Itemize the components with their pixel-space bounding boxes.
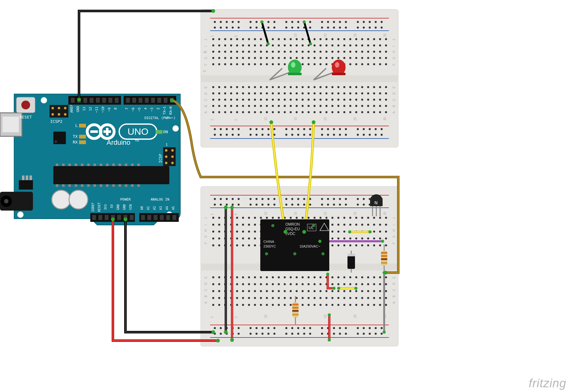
svg-point-1089 xyxy=(230,206,234,209)
svg-text:E: E xyxy=(204,86,208,88)
svg-point-300 xyxy=(260,44,262,46)
svg-point-389 xyxy=(254,63,256,65)
svg-point-307 xyxy=(302,44,304,46)
svg-text:1: 1 xyxy=(210,316,214,318)
svg-point-233 xyxy=(363,128,365,130)
svg-point-1096 xyxy=(283,230,287,234)
svg-point-854 xyxy=(284,283,286,285)
svg-point-218 xyxy=(256,128,257,130)
svg-point-193 xyxy=(256,27,257,29)
svg-point-679 xyxy=(314,217,315,219)
svg-point-897 xyxy=(361,290,363,292)
svg-point-487 xyxy=(302,99,304,101)
svg-point-239 xyxy=(226,134,228,136)
svg-point-951 xyxy=(326,304,327,306)
svg-point-581 xyxy=(345,198,347,200)
svg-point-417 xyxy=(242,86,244,88)
svg-text:I: I xyxy=(204,224,208,225)
svg-point-952 xyxy=(331,304,333,306)
svg-point-544 xyxy=(284,111,286,113)
svg-rect-92 xyxy=(125,164,127,166)
svg-point-182 xyxy=(357,21,359,23)
svg-point-506 xyxy=(236,105,238,107)
svg-point-372 xyxy=(331,57,333,59)
svg-point-495 xyxy=(349,99,351,101)
svg-point-340 xyxy=(320,51,321,53)
svg-point-188 xyxy=(220,27,222,29)
svg-point-461 xyxy=(326,92,327,94)
svg-text:A2: A2 xyxy=(153,206,156,210)
svg-point-257 xyxy=(357,134,359,136)
svg-point-310 xyxy=(320,44,321,46)
svg-point-687 xyxy=(361,217,363,219)
svg-point-178 xyxy=(327,21,329,23)
svg-point-663 xyxy=(218,217,220,219)
svg-point-335 xyxy=(290,51,292,53)
svg-point-908 xyxy=(248,297,250,299)
svg-point-932 xyxy=(212,304,214,306)
svg-point-881 xyxy=(266,290,268,292)
svg-point-166 xyxy=(238,21,240,23)
svg-text:1: 1 xyxy=(210,119,214,121)
svg-point-641 xyxy=(238,333,240,335)
svg-point-357 xyxy=(242,57,244,59)
svg-rect-61 xyxy=(79,124,86,128)
svg-point-447 xyxy=(242,92,244,94)
svg-rect-101 xyxy=(93,184,96,187)
svg-point-720 xyxy=(379,224,381,226)
svg-point-1045 xyxy=(265,252,268,255)
svg-rect-119 xyxy=(92,215,96,220)
svg-rect-26 xyxy=(126,98,130,103)
svg-point-573 xyxy=(291,198,293,200)
svg-point-644 xyxy=(262,333,263,335)
svg-rect-93 xyxy=(131,164,134,166)
svg-text:IOREF: IOREF xyxy=(91,202,95,212)
svg-point-836 xyxy=(355,276,357,278)
svg-point-424 xyxy=(284,86,286,88)
svg-point-1104 xyxy=(368,230,372,233)
svg-point-459 xyxy=(314,92,315,94)
svg-point-612 xyxy=(214,327,216,329)
svg-point-392 xyxy=(272,63,274,65)
svg-point-165 xyxy=(232,21,234,23)
svg-point-809 xyxy=(373,244,375,246)
svg-point-358 xyxy=(248,57,250,59)
svg-point-515 xyxy=(290,105,292,107)
svg-point-1101 xyxy=(337,287,340,290)
svg-point-1053 xyxy=(291,62,295,68)
svg-point-1103 xyxy=(348,230,351,233)
svg-point-375 xyxy=(349,57,351,59)
svg-point-954 xyxy=(343,304,345,306)
svg-point-444 xyxy=(224,92,226,94)
svg-point-502 xyxy=(212,105,214,107)
svg-text:G: G xyxy=(392,57,396,59)
svg-point-367 xyxy=(302,57,304,59)
svg-point-509 xyxy=(254,105,256,107)
svg-point-198 xyxy=(291,27,293,29)
svg-point-248 xyxy=(291,134,293,136)
svg-point-564 xyxy=(226,198,228,200)
svg-text:4: 4 xyxy=(144,107,148,110)
svg-point-305 xyxy=(290,44,292,46)
svg-point-450 xyxy=(260,92,262,94)
svg-point-913 xyxy=(278,297,280,299)
svg-point-527 xyxy=(361,105,363,107)
svg-text:5: 5 xyxy=(234,35,238,37)
svg-point-749 xyxy=(373,231,375,233)
svg-text:VIN: VIN xyxy=(129,204,132,210)
svg-point-436 xyxy=(355,86,357,88)
svg-point-214 xyxy=(226,128,228,130)
svg-point-656 xyxy=(345,333,347,335)
svg-point-163 xyxy=(220,21,222,23)
svg-point-1106 xyxy=(381,240,384,243)
svg-point-577 xyxy=(321,198,323,200)
svg-point-893 xyxy=(337,290,339,292)
svg-point-114 xyxy=(165,162,167,164)
svg-point-592 xyxy=(250,204,252,206)
svg-point-752 xyxy=(212,238,214,239)
svg-text:ANALOG IN: ANALOG IN xyxy=(151,197,169,201)
svg-text:10: 10 xyxy=(264,212,267,215)
svg-point-728 xyxy=(248,231,250,233)
svg-point-887 xyxy=(302,290,304,292)
svg-point-789 xyxy=(254,244,256,246)
